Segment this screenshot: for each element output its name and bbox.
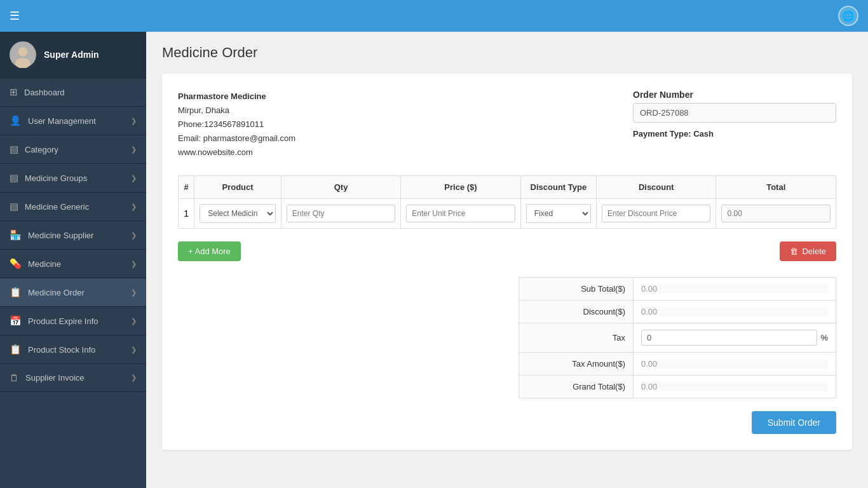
sidebar-item-user-management[interactable]: 👤 User Management ❯ <box>0 107 146 135</box>
sidebar-item-product-expire-info[interactable]: 📅 Product Expire Info ❯ <box>0 307 146 336</box>
product-select[interactable]: Select Medicin <box>200 204 276 223</box>
sidebar-label-medicine-generic: Medicine Generic <box>25 202 89 212</box>
col-header-discount: Discount <box>596 176 715 199</box>
sidebar-item-dashboard[interactable]: ⊞ Dashboard <box>0 78 146 107</box>
discount-cell <box>596 199 715 229</box>
order-header: Pharmastore Medicine Mirpur, Dhaka Phone… <box>178 90 836 159</box>
sidebar-item-medicine[interactable]: 💊 Medicine ❯ <box>0 250 146 278</box>
sidebar-label-user-management: User Management <box>28 116 96 126</box>
sidebar-item-medicine-groups[interactable]: ▤ Medicine Groups ❯ <box>0 164 146 193</box>
col-header-product: Product <box>194 176 281 199</box>
globe-icon[interactable]: 🌐 <box>838 6 858 26</box>
order-info: Order Number Payment Type: Cash <box>633 90 836 159</box>
discount-value-cell <box>634 301 836 323</box>
tax-value-cell: % <box>634 323 836 353</box>
total-input <box>721 205 831 222</box>
total-cell <box>716 199 836 229</box>
medicine-generic-icon: ▤ <box>10 201 18 212</box>
chevron-right-icon: ❯ <box>131 374 137 382</box>
sub-total-label: Sub Total($) <box>519 278 634 301</box>
tax-input[interactable] <box>641 330 817 346</box>
order-number-input[interactable] <box>633 103 836 123</box>
col-header-total: Total <box>716 176 836 199</box>
dashboard-icon: ⊞ <box>10 86 18 98</box>
sidebar-label-dashboard: Dashboard <box>24 88 65 97</box>
store-email: Email: pharmastore@gmail.com <box>178 132 295 146</box>
sidebar-item-product-stock-info[interactable]: 📋 Product Stock Info ❯ <box>0 336 146 364</box>
qty-cell <box>281 199 400 229</box>
chevron-right-icon: ❯ <box>131 288 137 297</box>
medicine-groups-icon: ▤ <box>10 172 18 184</box>
page-title: Medicine Order <box>162 44 852 61</box>
sidebar-label-category: Category <box>25 145 58 154</box>
discount-row: Discount($) <box>519 301 836 323</box>
payment-label: Payment Type: <box>633 129 691 139</box>
store-info: Pharmastore Medicine Mirpur, Dhaka Phone… <box>178 90 295 159</box>
chevron-right-icon: ❯ <box>131 231 137 240</box>
submit-order-button[interactable]: Submit Order <box>752 411 836 434</box>
store-website: www.nowebsite.com <box>178 146 295 159</box>
product-stock-icon: 📋 <box>10 344 22 355</box>
avatar <box>10 41 36 68</box>
buttons-row: + Add More 🗑 Delete <box>178 241 836 261</box>
grand-total-value-cell <box>634 376 836 398</box>
sub-total-value-cell <box>634 278 836 301</box>
chevron-right-icon: ❯ <box>131 317 137 325</box>
delete-label: Delete <box>802 247 826 256</box>
chevron-right-icon: ❯ <box>131 260 137 268</box>
store-name: Pharmastore Medicine <box>178 90 295 104</box>
sidebar-label-medicine-groups: Medicine Groups <box>25 173 87 183</box>
sidebar: Super Admin ⊞ Dashboard 👤 User Managemen… <box>0 32 146 488</box>
chevron-right-icon: ❯ <box>131 146 137 154</box>
qty-input[interactable] <box>287 205 395 222</box>
medicine-supplier-icon: 🏪 <box>10 229 22 241</box>
price-cell <box>401 199 520 229</box>
grand-total-label: Grand Total($) <box>519 376 634 398</box>
sidebar-label-medicine-order: Medicine Order <box>28 288 85 297</box>
sub-total-row: Sub Total($) <box>519 278 836 301</box>
discount-input[interactable] <box>602 205 710 222</box>
hamburger-icon[interactable]: ☰ <box>10 9 20 23</box>
totals-table: Sub Total($) Discount($) Tax <box>519 277 836 398</box>
add-more-button[interactable]: + Add More <box>178 241 241 261</box>
sidebar-item-medicine-supplier[interactable]: 🏪 Medicine Supplier ❯ <box>0 221 146 250</box>
store-address: Mirpur, Dhaka <box>178 104 295 118</box>
chevron-right-icon: ❯ <box>131 174 137 182</box>
sub-total-input <box>641 284 828 294</box>
sidebar-label-product-stock-info: Product Stock Info <box>28 345 95 355</box>
sidebar-user: Super Admin <box>0 32 146 78</box>
chevron-right-icon: ❯ <box>131 346 137 354</box>
topbar: ☰ 🌐 <box>0 0 868 32</box>
sidebar-item-category[interactable]: ▤ Category ❯ <box>0 135 146 164</box>
col-header-number: # <box>179 176 194 199</box>
user-name: Super Admin <box>44 50 99 60</box>
sidebar-item-medicine-generic[interactable]: ▤ Medicine Generic ❯ <box>0 193 146 221</box>
store-phone: Phone:1234567891011 <box>178 118 295 132</box>
tax-amount-input <box>641 359 828 369</box>
discount-total-input <box>641 307 828 316</box>
totals-section: Sub Total($) Discount($) Tax <box>178 277 836 398</box>
order-table: # Product Qty Price ($) Discount Type Di… <box>178 175 836 229</box>
category-icon: ▤ <box>10 144 18 155</box>
tax-row: Tax % <box>519 323 836 353</box>
payment-type: Payment Type: Cash <box>633 129 836 139</box>
grand-total-input <box>641 382 828 391</box>
col-header-qty: Qty <box>281 176 400 199</box>
price-input[interactable] <box>406 205 515 222</box>
sidebar-item-medicine-order[interactable]: 📋 Medicine Order ❯ <box>0 278 146 307</box>
main-layout: Super Admin ⊞ Dashboard 👤 User Managemen… <box>0 32 868 488</box>
main-card: Pharmastore Medicine Mirpur, Dhaka Phone… <box>162 74 852 450</box>
tax-amount-label: Tax Amount($) <box>519 353 634 376</box>
discount-type-select[interactable]: Fixed Percentage <box>526 204 591 223</box>
supplier-invoice-icon: 🗒 <box>10 372 19 383</box>
order-number-label: Order Number <box>633 90 836 100</box>
sidebar-label-supplier-invoice: Supplier Invoice <box>25 373 85 383</box>
col-header-price: Price ($) <box>401 176 520 199</box>
sidebar-item-supplier-invoice[interactable]: 🗒 Supplier Invoice ❯ <box>0 364 146 392</box>
grand-total-row: Grand Total($) <box>519 376 836 398</box>
table-row: 1 Select Medicin <box>179 199 836 229</box>
tax-label: Tax <box>519 323 634 353</box>
delete-button[interactable]: 🗑 Delete <box>780 241 836 261</box>
chevron-right-icon: ❯ <box>131 117 137 125</box>
row-number: 1 <box>179 199 194 229</box>
